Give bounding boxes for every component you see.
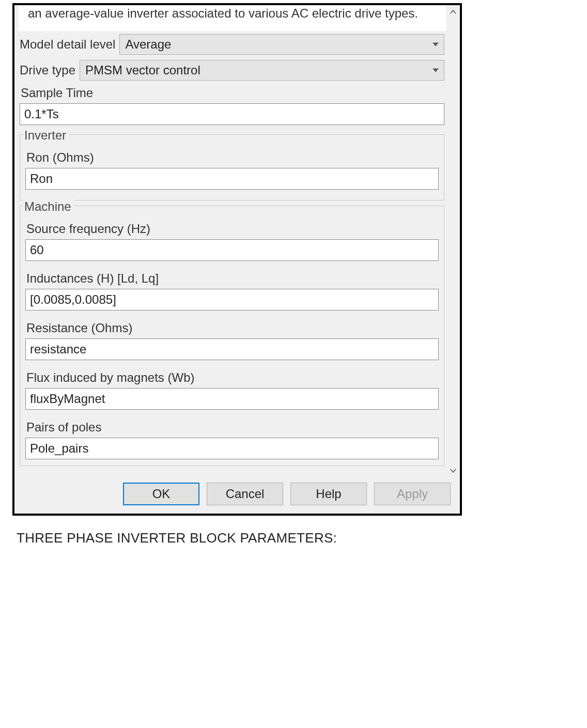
model-detail-level-dropdown[interactable]: Average [119, 34, 444, 55]
parameters-form: Model detail level Average Drive type PM… [14, 34, 460, 475]
machine-legend: Machine [23, 199, 74, 214]
chevron-down-icon [432, 43, 439, 47]
pole-pairs-label: Pairs of poles [26, 420, 439, 435]
machine-group: Machine Source frequency (Hz) Inductance… [20, 206, 444, 466]
inductances-input[interactable] [25, 289, 439, 311]
resistance-input[interactable] [25, 338, 439, 360]
block-parameters-dialog: an average-value inverter associated to … [12, 3, 462, 516]
drive-type-label: Drive type [20, 62, 75, 79]
resistance-label: Resistance (Ohms) [26, 321, 439, 335]
inverter-legend: Inverter [23, 128, 69, 143]
scroll-up-arrow-icon[interactable] [447, 6, 459, 18]
ron-input[interactable] [25, 168, 439, 190]
model-detail-level-value: Average [125, 37, 171, 52]
dialog-button-bar: OK Cancel Help Apply [14, 475, 460, 514]
vertical-scrollbar[interactable] [447, 6, 459, 476]
pole-pairs-input[interactable] [25, 438, 439, 459]
ron-label: Ron (Ohms) [26, 150, 439, 165]
drive-type-value: PMSM vector control [85, 63, 200, 78]
block-description-text: an average-value inverter associated to … [28, 6, 418, 20]
source-frequency-label: Source frequency (Hz) [26, 222, 439, 236]
figure-caption: THREE PHASE INVERTER BLOCK PARAMETERS: [17, 530, 587, 546]
inverter-group: Inverter Ron (Ohms) [20, 134, 444, 200]
flux-label: Flux induced by magnets (Wb) [26, 370, 439, 385]
block-description-panel: an average-value inverter associated to … [19, 5, 446, 31]
scroll-down-arrow-icon[interactable] [447, 465, 459, 476]
chevron-down-icon [432, 69, 439, 72]
help-button[interactable]: Help [290, 483, 367, 505]
cancel-button[interactable]: Cancel [207, 483, 283, 505]
drive-type-dropdown[interactable]: PMSM vector control [80, 60, 444, 81]
model-detail-level-label: Model detail level [20, 36, 115, 53]
apply-button[interactable]: Apply [374, 483, 451, 505]
flux-input[interactable] [25, 388, 439, 410]
source-frequency-input[interactable] [25, 239, 439, 261]
sample-time-input[interactable] [20, 103, 444, 125]
sample-time-label: Sample Time [21, 86, 444, 100]
inductances-label: Inductances (H) [Ld, Lq] [26, 271, 439, 286]
ok-button[interactable]: OK [123, 483, 199, 505]
